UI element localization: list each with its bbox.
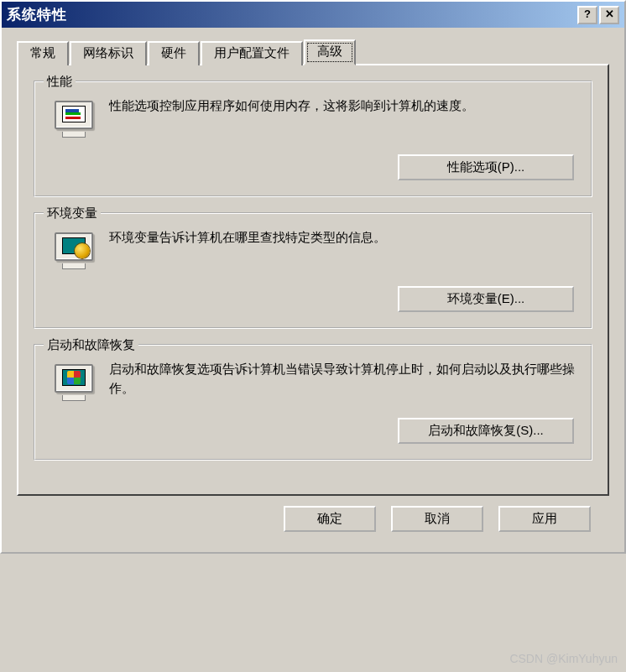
apply-button[interactable]: 应用: [498, 506, 591, 532]
group-performance-title: 性能: [44, 74, 76, 90]
tab-general[interactable]: 常规: [17, 41, 69, 65]
tabs-container: 常规 网络标识 硬件 用户配置文件 高级 性能 性能选项控制应用程序如何使用内存…: [2, 28, 624, 552]
env-vars-button[interactable]: 环境变量(E)...: [398, 286, 574, 312]
group-startup-desc: 启动和故障恢复选项告诉计算机当错误导致计算机停止时，如何启动以及执行哪些操作。: [109, 359, 576, 399]
tab-hardware[interactable]: 硬件: [148, 41, 200, 65]
performance-options-button[interactable]: 性能选项(P)...: [398, 154, 574, 180]
titlebar: 系统特性 ? ✕: [2, 2, 624, 28]
startup-recovery-icon: [50, 359, 97, 406]
ok-button[interactable]: 确定: [284, 506, 376, 532]
cancel-button[interactable]: 取消: [391, 506, 483, 532]
group-performance-desc: 性能选项控制应用程序如何使用内存，这将影响到计算机的速度。: [109, 96, 576, 115]
close-button[interactable]: ✕: [599, 6, 619, 24]
dialog-footer: 确定 取消 应用: [17, 496, 609, 544]
group-env-desc: 环境变量告诉计算机在哪里查找特定类型的信息。: [109, 227, 576, 247]
tab-network-id[interactable]: 网络标识: [70, 41, 147, 65]
env-vars-icon: [50, 227, 97, 274]
tab-advanced[interactable]: 高级: [304, 39, 356, 65]
tab-user-profiles[interactable]: 用户配置文件: [201, 41, 303, 65]
titlebar-buttons: ? ✕: [577, 6, 619, 24]
window-title: 系统特性: [7, 5, 67, 24]
system-properties-window: 系统特性 ? ✕ 常规 网络标识 硬件 用户配置文件 高级 性能 性能选项控制应…: [0, 0, 626, 554]
tab-strip: 常规 网络标识 硬件 用户配置文件 高级: [17, 41, 609, 65]
help-button[interactable]: ?: [577, 6, 597, 24]
group-env-vars: 环境变量 环境变量告诉计算机在哪里查找特定类型的信息。 环境变量(E)...: [34, 212, 592, 329]
group-env-title: 环境变量: [44, 206, 101, 221]
startup-recovery-button[interactable]: 启动和故障恢复(S)...: [398, 418, 574, 444]
tab-panel-advanced: 性能 性能选项控制应用程序如何使用内存，这将影响到计算机的速度。 性能选项(P)…: [17, 64, 609, 496]
group-startup-recovery: 启动和故障恢复 启动和故障恢复选项告诉计算机当错误导致计算机停止时，如何启动以及…: [34, 344, 592, 461]
group-startup-title: 启动和故障恢复: [44, 337, 138, 353]
performance-icon: [50, 96, 97, 143]
group-performance: 性能 性能选项控制应用程序如何使用内存，这将影响到计算机的速度。 性能选项(P)…: [34, 81, 592, 197]
